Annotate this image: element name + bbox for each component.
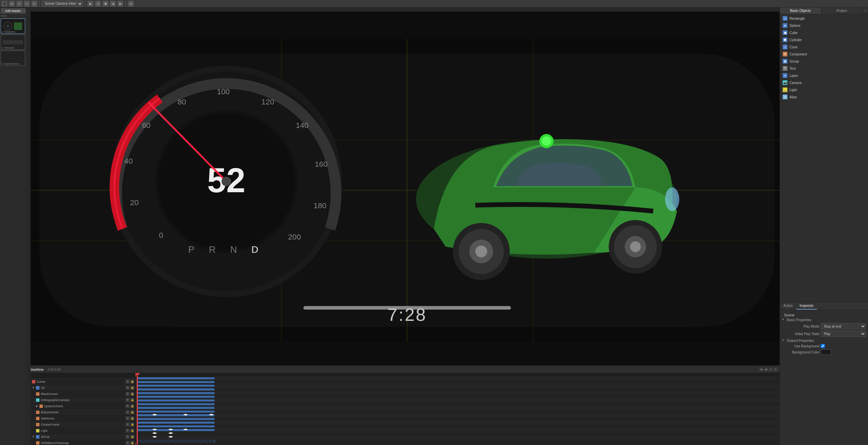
track-label-bp: BottomPanel [41,411,58,414]
svg-text:✓: ✓ [12,57,14,60]
track-vis-1[interactable]: 👁 [125,386,130,390]
toolbar-btn-3[interactable]: ↩ [16,1,22,7]
obj-cube[interactable]: ◼ Cube [780,29,868,36]
track-icon-cf [36,423,39,426]
svg-point-47 [665,187,679,211]
obj-icon-component: ⚙ [783,52,787,56]
svg-rect-55 [135,384,780,388]
toolbar-forward[interactable]: ▶ [117,1,123,7]
svg-rect-75 [137,392,215,394]
track-vis-10[interactable]: 👁 [125,441,130,445]
track-vis-6[interactable]: 👁 [125,416,130,421]
track-lock-6[interactable]: 🔒 [130,416,134,421]
toolbar-stop[interactable]: ⏹ [102,1,108,7]
track-lock-3[interactable]: 🔒 [130,398,134,402]
timeline-close[interactable]: ✕ [773,367,778,372]
timeline-body: ▼ Scene 👁 🔒 ▼ 2D 👁 [27,373,780,445]
track-lock-10[interactable]: 🔒 [130,441,134,445]
track-blackscreen: BlackScreen 👁 🔒 [27,391,135,397]
timeline-ctrl-1[interactable]: ⏮ [759,367,763,372]
tab-project[interactable]: Project [821,7,863,14]
scene-svg: 52 P R N D D 0 20 40 60 80 100 120 140 [31,12,780,369]
obj-icon-cone: △ [783,45,787,49]
edit-master-btn[interactable]: Edit Master [1,8,26,14]
timeline-ctrl-2[interactable]: ⏭ [764,367,768,372]
track-lock-0[interactable]: 🔒 [130,380,134,384]
track-lock-2[interactable]: 🔒 [130,392,134,396]
track-lock-7[interactable]: 🔒 [130,423,134,427]
track-icon-3d [36,435,39,439]
basic-properties-header[interactable]: Basic Properties [782,318,866,322]
svg-text:120: 120 [261,97,274,106]
obj-sphere[interactable]: ● Sphere [780,22,868,29]
slide-1[interactable]: 1: Navigation [1,18,25,34]
track-vis-9[interactable]: 👁 [125,435,130,439]
svg-rect-78 [137,403,215,405]
track-vis-0[interactable]: 👁 [125,380,130,384]
svg-rect-68 [135,432,780,435]
tab-inspector[interactable]: Inspector [796,302,817,310]
obj-cylinder[interactable]: ⬟ Cylinder [780,36,868,44]
track-lock-9[interactable]: 🔒 [130,435,134,439]
track-vis-5[interactable]: 👁 [125,410,130,414]
tab-action[interactable]: Action [780,302,796,310]
track-icon-si [36,417,39,420]
track-icon-hdr [36,441,39,445]
toolbar-btn-4[interactable]: ↪ [24,1,30,7]
track-icon-bp [36,411,39,414]
obj-icon-text: T [783,66,787,71]
obj-icon-sphere: ● [783,23,787,28]
toolbar-btn-2[interactable]: ⊕ [9,1,15,7]
toolbar-settings[interactable]: ⚙ [128,1,134,7]
background-color-swatch[interactable] [821,349,831,355]
toolbar-pause[interactable]: ⏸ [95,1,101,7]
obj-alias[interactable]: A Alias [780,94,868,101]
main-layout: Edit Master Slide 1: Navigation 2: Welco… [0,7,868,445]
toolbar-back[interactable]: ◀ [110,1,116,7]
separator-3 [125,1,126,6]
obj-component[interactable]: ⚙ Component [780,51,868,58]
track-vis-3[interactable]: 👁 [125,398,130,402]
track-lock-5[interactable]: 🔒 [130,410,134,414]
track-label-bs: BlackScreen [41,392,58,396]
track-lock-4[interactable]: 🔒 [130,404,134,408]
shared-properties-header[interactable]: Shared Properties [782,339,866,343]
track-vis-7[interactable]: 👁 [125,423,130,427]
obj-cone[interactable]: △ Cone [780,44,868,51]
slide-3[interactable]: ✓ 3: SystemCheck [1,50,25,66]
toolbar-btn-5[interactable]: ⊙ [31,1,37,7]
slide-2[interactable]: 2: Welcome [1,34,25,50]
view-mode-dropdown[interactable]: Scene Camera View [42,1,83,7]
track-label-2d: 2D [41,386,45,390]
track-lock-1[interactable]: 🔒 [130,386,134,390]
track-vis-8[interactable]: 👁 [125,429,130,433]
obj-rectangle[interactable]: ▭ Rectangle [780,15,868,22]
play-mode-select[interactable]: Stop at end [821,323,866,329]
obj-layer[interactable]: ≡ Layer [780,72,868,79]
track-vis-2[interactable]: 👁 [125,392,130,396]
track-label-scene: Scene [37,380,46,383]
use-background-checkbox[interactable] [821,344,825,348]
play-mode-label: Play Mode [782,325,819,328]
svg-text:100: 100 [217,87,230,96]
toolbar-play[interactable]: ▶ [87,1,93,7]
obj-group[interactable]: ▦ Group [780,58,868,65]
obj-text[interactable]: T Text [780,65,868,72]
svg-rect-77 [137,399,215,401]
timeline-add[interactable]: + [769,367,773,372]
initial-play-state-select[interactable]: Play [821,331,866,337]
obj-label-cone: Cone [789,45,798,49]
svg-text:160: 160 [315,160,328,168]
svg-rect-61 [135,406,780,410]
obj-camera[interactable]: 📷 Camera [780,79,868,86]
track-systemcheck: ▶ SystemCheck 👁 🔒 [27,403,135,409]
track-label-si: SideIcons [41,417,54,420]
track-lock-8[interactable]: 🔒 [130,429,134,433]
separator-1 [39,1,40,6]
track-vis-4[interactable]: 👁 [125,404,130,408]
timeline-content [135,373,780,445]
obj-light[interactable]: 💡 Light [780,86,868,94]
tab-basic-objects[interactable]: Basic Objects [780,7,821,14]
scene-canvas[interactable]: 52 P R N D D 0 20 40 60 80 100 120 140 [31,12,780,369]
toolbar-btn-1[interactable]: ⬛ [1,1,7,7]
